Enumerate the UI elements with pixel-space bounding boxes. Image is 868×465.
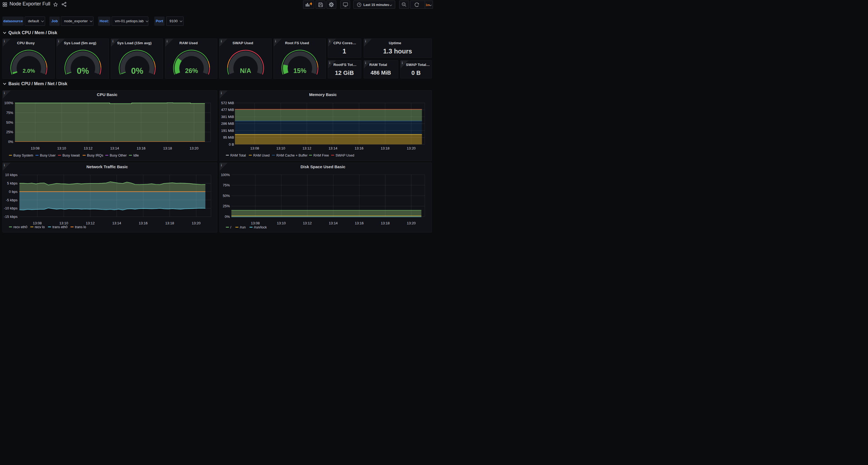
svg-text:RAM Total: RAM Total [230, 153, 246, 157]
svg-text:Busy System: Busy System [13, 154, 33, 157]
svg-text:-10 kbps: -10 kbps [4, 206, 18, 210]
svg-text:RAM Cache + Buffer: RAM Cache + Buffer [276, 153, 307, 157]
svg-text:13:20: 13:20 [192, 221, 201, 225]
svg-text:0 bps: 0 bps [9, 190, 18, 194]
svg-text:13:16: 13:16 [354, 146, 363, 150]
svg-text:2.0%: 2.0% [23, 68, 35, 74]
svg-text:13:18: 13:18 [381, 221, 390, 225]
svg-text:13:16: 13:16 [139, 221, 148, 225]
svg-text:191 MiB: 191 MiB [221, 128, 234, 132]
svg-text:Busy Other: Busy Other [110, 154, 127, 157]
svg-text:SWAP Used: SWAP Used [335, 153, 354, 157]
svg-text:13:18: 13:18 [163, 146, 172, 150]
svg-text:13:18: 13:18 [380, 146, 390, 150]
svg-text:trans eth0: trans eth0 [52, 225, 67, 229]
svg-text:RAM Used: RAM Used [253, 153, 270, 157]
svg-text:13:14: 13:14 [329, 221, 338, 225]
svg-text:-15 kbps: -15 kbps [4, 214, 18, 219]
svg-text:572 MiB: 572 MiB [221, 101, 234, 105]
svg-text:25%: 25% [6, 130, 13, 134]
svg-text:/run: /run [240, 226, 246, 229]
svg-text:0%: 0% [225, 214, 230, 219]
svg-text:13:08: 13:08 [31, 146, 40, 150]
svg-text:13:10: 13:10 [57, 146, 66, 150]
svg-text:13:20: 13:20 [407, 146, 415, 150]
svg-text:381 MiB: 381 MiB [221, 114, 234, 119]
svg-text:/: / [230, 226, 231, 229]
svg-text:13:16: 13:16 [355, 221, 364, 225]
svg-text:95 MiB: 95 MiB [223, 135, 234, 139]
svg-text:75%: 75% [6, 110, 13, 114]
svg-text:13:14: 13:14 [328, 146, 337, 150]
svg-text:13:12: 13:12 [302, 146, 311, 150]
svg-text:0%: 0% [131, 66, 144, 76]
svg-text:13:14: 13:14 [112, 221, 121, 225]
svg-text:15%: 15% [293, 67, 306, 74]
svg-text:286 MiB: 286 MiB [221, 122, 234, 126]
svg-text:100%: 100% [4, 101, 13, 105]
svg-text:trans lo: trans lo [75, 225, 86, 229]
svg-text:13:12: 13:12 [303, 221, 312, 225]
svg-text:13:08: 13:08 [33, 221, 42, 225]
svg-text:13:10: 13:10 [276, 146, 285, 150]
svg-text:N/A: N/A [240, 67, 251, 74]
svg-text:10 kbps: 10 kbps [5, 173, 18, 177]
svg-text:recv lo: recv lo [34, 225, 44, 229]
svg-text:Busy User: Busy User [40, 154, 55, 157]
svg-text:13:10: 13:10 [277, 221, 286, 225]
svg-text:13:18: 13:18 [165, 221, 174, 225]
svg-text:13:16: 13:16 [136, 146, 146, 150]
svg-text:26%: 26% [185, 67, 198, 74]
svg-text:13:12: 13:12 [86, 221, 95, 225]
svg-text:75%: 75% [223, 183, 230, 187]
svg-text:0%: 0% [8, 140, 13, 144]
svg-text:13:08: 13:08 [251, 221, 260, 225]
svg-text:Busy IRQs: Busy IRQs [87, 154, 103, 157]
svg-text:5 kbps: 5 kbps [7, 181, 18, 185]
svg-text:13:20: 13:20 [407, 221, 415, 225]
svg-text:13:14: 13:14 [110, 146, 119, 150]
svg-text:25%: 25% [223, 204, 230, 208]
svg-text:50%: 50% [223, 194, 230, 198]
svg-text:13:20: 13:20 [190, 146, 198, 150]
svg-text:Idle: Idle [133, 154, 138, 157]
svg-text:13:10: 13:10 [59, 221, 68, 225]
svg-text:0 B: 0 B [229, 142, 234, 146]
svg-text:recv eth0: recv eth0 [13, 225, 27, 229]
svg-text:Busy Iowait: Busy Iowait [62, 154, 80, 157]
svg-text:50%: 50% [6, 120, 13, 124]
svg-text:13:08: 13:08 [250, 146, 259, 150]
svg-text:RAM Free: RAM Free [313, 153, 329, 157]
svg-text:100%: 100% [221, 173, 230, 177]
svg-text:-5 kbps: -5 kbps [6, 198, 18, 202]
svg-text:/run/lock: /run/lock [254, 226, 267, 229]
svg-text:0%: 0% [77, 66, 89, 76]
svg-text:477 MiB: 477 MiB [221, 108, 234, 112]
svg-text:13:12: 13:12 [84, 146, 93, 150]
